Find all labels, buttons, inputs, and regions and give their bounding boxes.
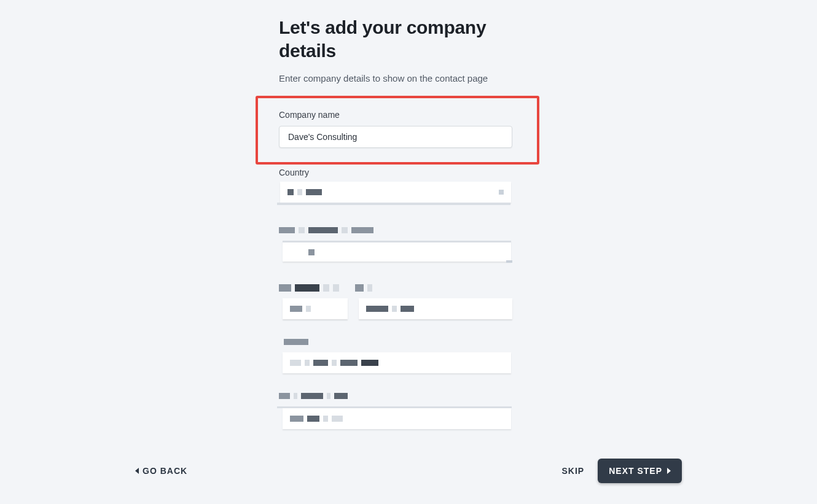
skip-button[interactable]: SKIP [562,466,585,476]
go-back-label: GO BACK [143,466,187,476]
page-subtitle: Enter company details to show on the con… [279,72,512,85]
company-name-input[interactable] [279,126,512,148]
obscured-label [279,226,512,235]
page-title: Let's add your company details [279,16,512,62]
obscured-form-area [279,182,512,429]
country-label: Country [279,168,512,177]
next-step-button[interactable]: NEXT STEP [598,459,682,483]
obscured-input[interactable] [283,241,511,262]
caret-left-icon [135,468,139,474]
obscured-input-wide[interactable] [359,298,512,319]
obscured-input[interactable] [283,352,511,373]
company-name-label: Company name [279,110,512,120]
chevron-down-icon [499,190,504,195]
obscured-label [279,284,512,292]
obscured-label [284,338,512,346]
country-select-blurred[interactable] [280,182,511,203]
go-back-button[interactable]: GO BACK [135,466,187,476]
obscured-input-small[interactable] [283,298,348,319]
obscured-label [279,392,512,400]
obscured-input[interactable] [283,408,511,429]
skip-label: SKIP [562,466,585,476]
caret-right-icon [667,468,671,474]
next-step-label: NEXT STEP [609,466,662,476]
